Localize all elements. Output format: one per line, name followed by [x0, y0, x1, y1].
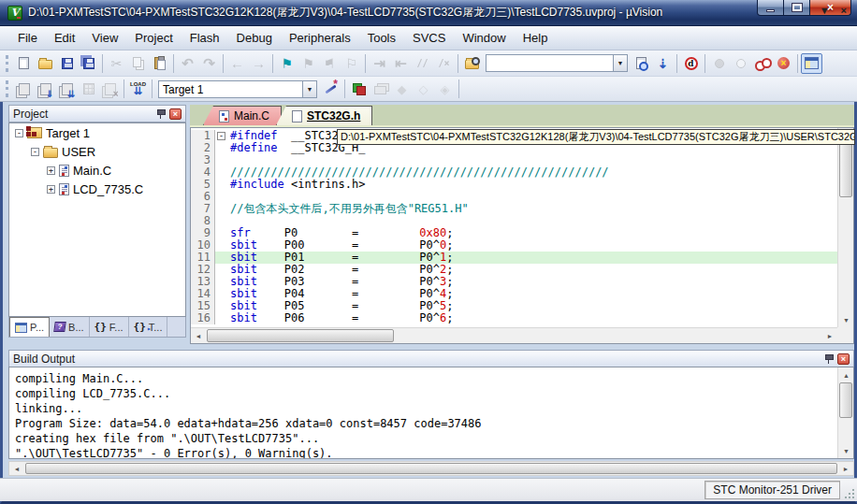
navigate-back-button[interactable]: ← [226, 53, 248, 74]
menu-window[interactable]: Window [454, 28, 514, 48]
output-hscroll-thumb[interactable] [25, 463, 837, 474]
copy-button[interactable] [127, 53, 149, 74]
scroll-left-icon[interactable]: ◄ [191, 328, 206, 343]
editor-vscrollbar[interactable]: ▲ ▼ [837, 128, 853, 327]
save-button[interactable] [56, 53, 78, 74]
tree-item-target-1[interactable]: -Target 1 [9, 123, 185, 142]
panel-tab-project[interactable]: P... [9, 317, 50, 337]
tab-list-dropdown-icon[interactable]: ▼ [820, 5, 830, 16]
options-for-target-button[interactable] [320, 79, 341, 99]
editor-tab-main-c[interactable]: Main.C [203, 106, 282, 125]
download-button[interactable]: LOAD⇊ [127, 79, 149, 99]
editor-hscroll-thumb[interactable] [207, 329, 394, 342]
project-close-icon[interactable]: × [169, 108, 182, 120]
menu-help[interactable]: Help [515, 28, 557, 48]
save-all-button[interactable] [78, 53, 99, 74]
resize-grip[interactable] [844, 488, 855, 499]
menu-peripherals[interactable]: Peripherals [281, 28, 359, 48]
redo-button[interactable]: ↷ [198, 53, 220, 74]
manage-components-button[interactable] [348, 79, 370, 99]
scroll-up-icon[interactable]: ▲ [838, 367, 854, 382]
kill-all-breakpoints-button[interactable]: × [773, 53, 794, 74]
outdent-button[interactable]: ⇤ [390, 53, 412, 74]
scroll-left-icon[interactable]: ◄ [9, 462, 24, 475]
tree-expander-icon[interactable]: - [31, 148, 39, 156]
rebuild-button[interactable]: ⇊ [56, 79, 78, 99]
scroll-right-icon[interactable]: ► [838, 462, 853, 475]
toolbar-grip[interactable] [6, 80, 9, 97]
editor-hscrollbar[interactable]: ◄ ► [191, 327, 837, 343]
dropdown-arrow-icon[interactable]: ▼ [302, 81, 316, 97]
cut-button[interactable]: ✂ [106, 53, 127, 74]
editor-tab-stc32g-h[interactable]: STC32G.h [276, 106, 372, 125]
scroll-down-icon[interactable]: ▼ [838, 443, 854, 458]
paste-button[interactable] [149, 53, 170, 74]
tree-expander-icon[interactable]: - [15, 129, 23, 137]
tree-item-lcd-7735-c[interactable]: +LCD_7735.C [9, 180, 185, 198]
fold-collapse-icon[interactable]: - [217, 132, 225, 140]
menu-edit[interactable]: Edit [46, 28, 83, 48]
minimize-button[interactable] [757, 0, 784, 16]
code-editor[interactable]: 1-#ifndef __STC32G_H_2#define __STC32G_H… [190, 127, 854, 344]
scroll-down-icon[interactable]: ▼ [838, 312, 854, 327]
menu-svcs[interactable]: SVCS [404, 28, 454, 48]
insert-breakpoint-button[interactable] [708, 53, 730, 74]
project-window-toggle[interactable] [801, 53, 822, 74]
uncomment-button[interactable]: /× [433, 53, 455, 74]
menu-debug[interactable]: Debug [228, 28, 281, 48]
indent-button[interactable]: ⇥ [369, 53, 390, 74]
pin-icon[interactable] [156, 108, 165, 120]
menu-flash[interactable]: Flash [182, 28, 228, 48]
build-output-close-icon[interactable]: × [837, 353, 850, 365]
build-output-content[interactable]: compiling Main.C...compiling LCD_7735.C.… [8, 367, 854, 459]
panel-tab-books[interactable]: ?B... [50, 317, 90, 337]
panel-tab-functions[interactable]: {}F... [90, 317, 129, 337]
editor-close-icon[interactable]: × [841, 5, 847, 16]
flash-tool-3-button[interactable]: ◈ [434, 79, 456, 99]
next-bookmark-button[interactable]: ⚑ [298, 53, 319, 74]
target-select[interactable]: Target 1▼ [158, 80, 317, 98]
dropdown-arrow-icon[interactable]: ▼ [613, 55, 627, 71]
find-in-files-2-button[interactable] [631, 53, 652, 74]
toolbar-grip[interactable] [6, 55, 9, 72]
comment-button[interactable]: // [412, 53, 433, 74]
navigate-forward-button[interactable]: → [248, 53, 269, 74]
editor-vscroll-thumb[interactable] [839, 143, 852, 197]
clear-bookmarks-button[interactable]: ⚐ [341, 53, 362, 74]
output-hscrollbar[interactable]: ◄ ► [8, 461, 854, 476]
flash-tool-1-button[interactable]: ◆ [391, 79, 413, 99]
find-in-files-button[interactable] [461, 53, 483, 74]
disable-all-breakpoints-button[interactable] [751, 53, 773, 74]
translate-button[interactable] [13, 79, 35, 99]
stop-build-button[interactable]: × [99, 79, 121, 99]
search-combo[interactable]: ▼ [486, 54, 628, 72]
menu-project[interactable]: Project [126, 28, 181, 48]
menu-view[interactable]: View [83, 28, 126, 48]
undo-button[interactable]: ↶ [177, 53, 198, 74]
maximize-button[interactable] [784, 0, 809, 16]
tree-item-main-c[interactable]: +Main.C [9, 161, 185, 180]
multi-project-button[interactable] [370, 79, 391, 99]
panel-tab-templates[interactable]: {}T... [129, 317, 168, 337]
incremental-find-button[interactable]: ⇣ [652, 53, 674, 74]
menu-file[interactable]: File [9, 28, 46, 48]
output-vscroll-thumb[interactable] [839, 382, 852, 418]
find-button[interactable]: d [680, 53, 702, 74]
enable-breakpoint-button[interactable] [730, 53, 751, 74]
insert-bookmark-button[interactable]: ⚑ [276, 53, 298, 74]
tree-expander-icon[interactable]: + [47, 185, 55, 194]
tree-item-user[interactable]: -USER [9, 142, 185, 161]
titlebar[interactable]: V D:\01-PXMTestSTC\04-PXMTestSTC32G12K12… [0, 0, 857, 26]
new-file-button[interactable] [13, 53, 35, 74]
flash-tool-2-button[interactable]: ◇ [413, 79, 434, 99]
output-vscrollbar[interactable]: ▲ ▼ [837, 367, 853, 458]
open-file-button[interactable] [35, 53, 56, 74]
tree-expander-icon[interactable]: + [47, 166, 55, 175]
toolbar-separator [344, 79, 345, 98]
build-button[interactable]: ⇓ [35, 79, 56, 99]
batch-build-button[interactable] [78, 79, 99, 99]
prev-bookmark-button[interactable]: ⚑ [319, 53, 341, 74]
pin-icon[interactable] [824, 353, 833, 365]
menu-tools[interactable]: Tools [359, 28, 404, 48]
scroll-right-icon[interactable]: ► [822, 328, 837, 343]
